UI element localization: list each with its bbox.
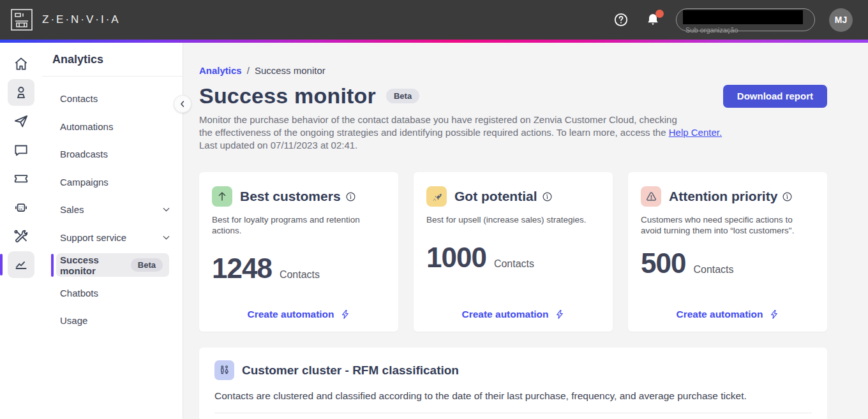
- sidebar-item-automations[interactable]: Automations: [42, 113, 183, 141]
- card-unit: Contacts: [280, 269, 320, 281]
- attention-priority-card: Attention priority Customers who need sp…: [628, 172, 827, 332]
- rail-bot-icon[interactable]: [8, 194, 34, 221]
- card-value: 500: [641, 247, 685, 279]
- cluster-description: Contacts are clustered and classified ac…: [214, 390, 812, 402]
- sidebar-item-broadcasts[interactable]: Broadcasts: [42, 140, 183, 168]
- zenvia-logo-icon: [10, 8, 33, 31]
- create-automation-link[interactable]: Create automation: [641, 309, 814, 320]
- lightning-bolt-icon: [555, 309, 565, 320]
- sidebar-active-indicator: [51, 254, 54, 277]
- rail-conversations-icon[interactable]: [8, 136, 34, 163]
- card-title: Best customers: [240, 189, 356, 204]
- cluster-divider: [214, 413, 812, 413]
- sidebar-item-sales[interactable]: Sales: [42, 196, 183, 224]
- beta-badge: Beta: [131, 258, 163, 272]
- metric-cards-row: Best customers Best for loyalty programs…: [199, 172, 827, 332]
- create-automation-link[interactable]: Create automation: [212, 309, 385, 320]
- card-description: Customers who need specific actions to a…: [641, 214, 812, 236]
- notifications-bell-icon[interactable]: [644, 11, 662, 29]
- sidebar-title: Analytics: [52, 53, 103, 66]
- page-description: Monitor the purchase behavior of the con…: [199, 114, 827, 152]
- download-report-button[interactable]: Download report: [723, 85, 827, 108]
- organization-selector[interactable]: A Sub organização: [676, 8, 815, 31]
- sidebar-item-usage[interactable]: Usage: [42, 307, 183, 335]
- sidebar-collapse-button[interactable]: [174, 95, 191, 113]
- organization-name-redaction: [683, 10, 803, 24]
- rail-tools-icon[interactable]: [8, 223, 34, 249]
- lightning-bolt-icon: [769, 309, 779, 320]
- rocket-icon: [426, 186, 447, 207]
- rail-analytics-icon[interactable]: [8, 251, 34, 278]
- create-automation-link[interactable]: Create automation: [426, 309, 600, 320]
- sidebar-item-campaigns[interactable]: Campaigns: [42, 168, 183, 196]
- card-description: Best for upsell (increase sales) strateg…: [426, 214, 600, 225]
- card-unit: Contacts: [494, 258, 534, 270]
- best-customers-card: Best customers Best for loyalty programs…: [199, 172, 398, 332]
- rail-contacts-icon[interactable]: [8, 79, 34, 106]
- arrow-up-icon: [212, 186, 232, 207]
- sidebar: Analytics Contacts Automations Broadcast…: [42, 43, 183, 419]
- lightning-bolt-icon: [340, 309, 350, 320]
- brand-text: Z·E·N·V·I·A: [42, 13, 121, 26]
- got-potential-card: Got potential Best for upsell (increase …: [414, 172, 613, 332]
- card-description: Best for loyalty programs and retention …: [212, 214, 385, 236]
- warning-triangle-icon: [641, 186, 661, 207]
- zenvia-logo[interactable]: Z·E·N·V·I·A: [10, 8, 121, 31]
- rail-ticket-icon[interactable]: [8, 165, 34, 192]
- page-title: Success monitor: [199, 84, 376, 108]
- main-content: Analytics / Success monitor Success moni…: [183, 43, 868, 419]
- page-beta-badge: Beta: [386, 89, 419, 103]
- breadcrumb: Analytics / Success monitor: [199, 65, 827, 76]
- card-value: 1000: [426, 242, 486, 274]
- topbar: Z·E·N·V·I·A A Sub organização MJ: [0, 0, 868, 40]
- help-center-link[interactable]: Help Center.: [669, 127, 722, 138]
- sidebar-item-success-monitor[interactable]: Success monitor Beta: [42, 251, 183, 279]
- sidebar-item-chatbots[interactable]: Chatbots: [42, 279, 183, 307]
- info-icon[interactable]: [542, 191, 553, 202]
- cluster-title: Customer cluster - RFM classification: [242, 364, 459, 378]
- last-updated-text: Last updated on 07/11/2023 at 02:41.: [199, 140, 357, 151]
- icon-rail: [0, 43, 42, 419]
- card-value: 1248: [212, 253, 272, 284]
- customer-cluster-card: Customer cluster - RFM classification Co…: [199, 348, 827, 419]
- breadcrumb-analytics-link[interactable]: Analytics: [199, 65, 242, 76]
- chevron-down-icon: [161, 233, 171, 242]
- chevron-down-icon: [161, 205, 171, 214]
- info-icon[interactable]: [345, 191, 356, 202]
- rail-home-icon[interactable]: [8, 50, 34, 77]
- rail-active-indicator: [0, 254, 3, 276]
- breadcrumb-current: Success monitor: [255, 65, 326, 76]
- help-icon[interactable]: [612, 11, 630, 29]
- sub-organization-label: Sub organização: [685, 26, 805, 34]
- rail-send-icon[interactable]: [8, 108, 34, 135]
- card-title: Got potential: [454, 189, 553, 204]
- user-avatar[interactable]: MJ: [829, 8, 853, 32]
- card-title: Attention priority: [669, 189, 793, 204]
- info-icon[interactable]: [782, 191, 793, 202]
- notification-badge: [655, 10, 664, 18]
- people-group-icon: [214, 360, 234, 380]
- sidebar-item-contacts[interactable]: Contacts: [42, 85, 183, 113]
- sidebar-item-support-service[interactable]: Support service: [42, 224, 183, 252]
- card-unit: Contacts: [693, 264, 733, 276]
